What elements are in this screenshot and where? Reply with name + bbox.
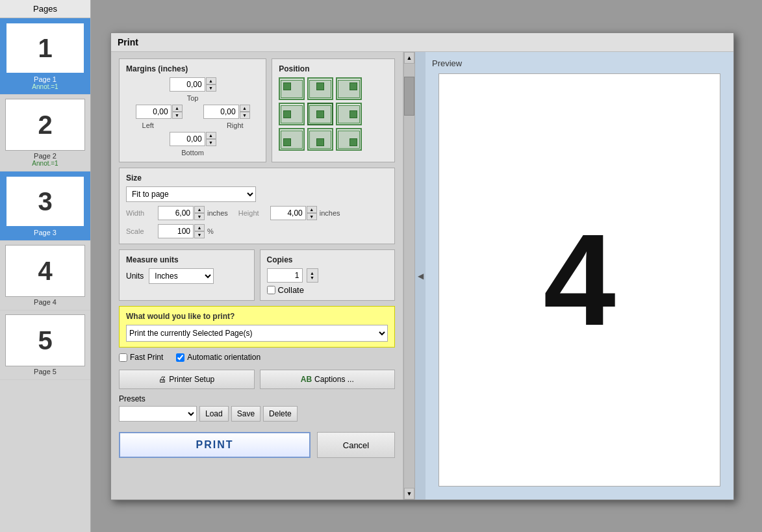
- sidebar-item-page1[interactable]: 1 Page 1 Annot.=1: [0, 18, 90, 95]
- width-label: Width: [126, 209, 155, 217]
- height-label: Height: [238, 209, 268, 217]
- scale-up[interactable]: ▲: [194, 224, 205, 231]
- pos-top-left[interactable]: [279, 77, 305, 100]
- width-down[interactable]: ▼: [194, 213, 205, 220]
- scale-row: Scale ▲ ▼ %: [126, 224, 388, 238]
- page3-label: Page 3: [5, 229, 85, 236]
- fast-print-item: Fast Print: [119, 353, 163, 362]
- pos-bot-left[interactable]: [279, 128, 305, 151]
- auto-orient-item: Automatic orientation: [176, 353, 260, 362]
- pos-bot-right[interactable]: [336, 128, 362, 151]
- margin-right-up[interactable]: ▲: [240, 105, 250, 112]
- margin-bottom-field[interactable]: [170, 132, 205, 146]
- pos-top-center[interactable]: [307, 77, 333, 100]
- size-dropdown[interactable]: Fit to page Custom Original size: [126, 186, 256, 202]
- margin-top-up[interactable]: ▲: [206, 77, 216, 84]
- action-row: PRINT Cancel: [119, 432, 395, 458]
- fast-print-checkbox[interactable]: [119, 353, 127, 362]
- position-grid: [279, 77, 388, 151]
- sidebar-header: Pages: [0, 0, 90, 18]
- presets-dropdown[interactable]: [119, 406, 197, 422]
- height-up[interactable]: ▲: [307, 206, 317, 213]
- margin-bottom-down[interactable]: ▼: [206, 139, 216, 146]
- printer-setup-button[interactable]: 🖨 Printer Setup: [119, 370, 255, 389]
- page2-annot: Annot.=1: [5, 160, 85, 167]
- scale-input[interactable]: ▲ ▼: [158, 224, 205, 238]
- pos-center[interactable]: [307, 103, 333, 125]
- page1-thumb: 1: [5, 22, 85, 74]
- sidebar-item-page5[interactable]: 5 Page 5: [0, 310, 90, 380]
- cancel-button[interactable]: Cancel: [317, 432, 395, 458]
- margin-top-input[interactable]: ▲ ▼: [170, 77, 216, 92]
- margin-left-spinners[interactable]: ▲ ▼: [172, 105, 183, 119]
- presets-row: Presets: [119, 394, 395, 403]
- auto-orient-checkbox[interactable]: [176, 353, 184, 362]
- margin-left-up[interactable]: ▲: [172, 105, 183, 112]
- margin-left-input[interactable]: ▲ ▼: [136, 105, 183, 119]
- position-title: Position: [279, 64, 388, 73]
- scale-spinners[interactable]: ▲ ▼: [194, 224, 205, 238]
- units-dropdown[interactable]: Inches Centimeters Millimeters: [149, 268, 214, 284]
- margin-right-down[interactable]: ▼: [240, 112, 250, 119]
- cancel-label: Cancel: [343, 440, 369, 450]
- margin-bottom-up[interactable]: ▲: [206, 132, 216, 139]
- margin-right-field[interactable]: [203, 105, 239, 119]
- margin-top-down[interactable]: ▼: [206, 84, 216, 92]
- scroll-thumb[interactable]: [404, 77, 414, 116]
- preset-load-button[interactable]: Load: [199, 406, 229, 422]
- collate-checkbox[interactable]: [267, 286, 275, 294]
- captions-button[interactable]: AB Captions ...: [260, 370, 396, 389]
- sidebar: Pages 1 Page 1 Annot.=1 2 Page 2 Annot.=…: [0, 0, 91, 532]
- margin-lr-labels: Left Right: [142, 121, 244, 129]
- scale-down[interactable]: ▼: [194, 231, 205, 238]
- width-input[interactable]: ▲ ▼: [158, 206, 205, 220]
- pos-bot-center[interactable]: [307, 128, 333, 151]
- sidebar-item-page4[interactable]: 4 Page 4: [0, 241, 90, 310]
- width-spinners[interactable]: ▲ ▼: [194, 206, 205, 220]
- scroll-up-arrow[interactable]: ▲: [404, 52, 414, 64]
- margin-top-spinners[interactable]: ▲ ▼: [206, 77, 216, 92]
- main-area: Print Margins (inches) ▲: [91, 0, 762, 532]
- what-to-print-dropdown[interactable]: Print the currently Selected Page(s) Pri…: [126, 325, 388, 342]
- sidebar-item-page3[interactable]: 3 Page 3: [0, 171, 90, 241]
- margin-right-label: Right: [195, 121, 244, 129]
- margin-left-down[interactable]: ▼: [172, 112, 183, 119]
- margins-title: Margins (inches): [126, 64, 259, 73]
- height-spinners[interactable]: ▲ ▼: [307, 206, 317, 220]
- collate-label: Collate: [278, 285, 304, 295]
- delete-label: Delete: [269, 409, 292, 418]
- copies-spinner[interactable]: ▲ ▼: [307, 268, 318, 283]
- margin-left-field[interactable]: [136, 105, 171, 119]
- height-input[interactable]: ▲ ▼: [270, 206, 317, 220]
- what-to-print-section: What would you like to print? Print the …: [119, 306, 395, 348]
- print-dialog: Print Margins (inches) ▲: [110, 32, 734, 500]
- sidebar-title: Pages: [33, 4, 57, 14]
- preset-delete-button[interactable]: Delete: [263, 406, 298, 422]
- scale-field[interactable]: [158, 224, 194, 238]
- pos-mid-right[interactable]: [336, 103, 362, 125]
- copies-field[interactable]: [267, 268, 303, 283]
- margins-section: Margins (inches) ▲ ▼ Top: [119, 58, 266, 162]
- sidebar-item-page2[interactable]: 2 Page 2 Annot.=1: [0, 95, 90, 171]
- printer-icon: 🖨: [159, 375, 166, 384]
- pos-mid-left[interactable]: [279, 103, 305, 125]
- print-button[interactable]: PRINT: [119, 432, 311, 458]
- collapse-button[interactable]: ◀: [415, 52, 425, 500]
- sidebar-scroll[interactable]: 1 Page 1 Annot.=1 2 Page 2 Annot.=1 3 Pa…: [0, 18, 90, 532]
- dialog-scrollbar[interactable]: ▲ ▼: [403, 52, 415, 500]
- height-field[interactable]: [270, 206, 306, 220]
- preset-save-button[interactable]: Save: [231, 406, 260, 422]
- margin-top-field[interactable]: [170, 77, 205, 92]
- margin-bottom-input[interactable]: ▲ ▼: [170, 132, 216, 146]
- height-down[interactable]: ▼: [307, 213, 317, 220]
- margin-right-input[interactable]: ▲ ▼: [203, 105, 250, 119]
- margin-right-spinners[interactable]: ▲ ▼: [240, 105, 250, 119]
- scroll-down-arrow[interactable]: ▼: [404, 488, 414, 500]
- width-field[interactable]: [158, 206, 194, 220]
- margin-bottom-spinners[interactable]: ▲ ▼: [206, 132, 216, 146]
- captions-label: Captions ...: [314, 375, 354, 384]
- width-up[interactable]: ▲: [194, 206, 205, 213]
- what-to-print-question: What would you like to print?: [126, 312, 388, 321]
- measure-title: Measure units: [126, 255, 248, 264]
- pos-top-right[interactable]: [336, 77, 362, 100]
